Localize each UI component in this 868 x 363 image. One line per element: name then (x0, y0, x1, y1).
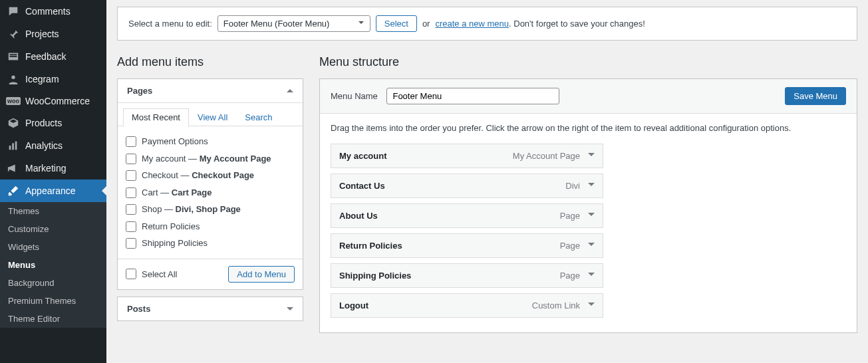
menu-dropdown[interactable]: Footer Menu (Footer Menu) (217, 15, 370, 32)
menu-item-type: Page (560, 241, 580, 251)
sidebar-item-label: Projects (25, 29, 59, 39)
menu-item-title: Contact Us (339, 181, 385, 191)
page-list-item[interactable]: Return Policies (126, 218, 295, 235)
bars-icon (7, 140, 20, 152)
posts-accordion-header[interactable]: Posts (118, 297, 303, 320)
appearance-submenu: ThemesCustomizeWidgetsMenusBackgroundPre… (0, 202, 106, 328)
main-content: Select a menu to edit: Footer Menu (Foot… (106, 0, 868, 363)
add-items-heading: Add menu items (117, 55, 303, 69)
tab-most-recent[interactable]: Most Recent (123, 108, 189, 126)
sidebar-item-label: Products (25, 118, 62, 128)
sidebar-sub-item-widgets[interactable]: Widgets (0, 238, 106, 256)
select-tail-text: . Don't forget to save your changes! (509, 19, 645, 29)
page-checkbox[interactable] (126, 204, 136, 215)
sidebar-item-label: Icegram (25, 74, 59, 84)
select-button[interactable]: Select (376, 15, 417, 32)
pages-tabs: Most RecentView AllSearch (118, 103, 303, 126)
sidebar-item-label: Feedback (25, 51, 66, 62)
sidebar-sub-item-theme-editor[interactable]: Theme Editor (0, 310, 106, 328)
expand-caret-icon[interactable] (588, 213, 595, 219)
page-checkbox[interactable] (126, 154, 136, 164)
menu-item-row[interactable]: About UsPage (331, 203, 603, 228)
sidebar-item-feedback[interactable]: Feedback (0, 45, 106, 68)
feedback-icon (7, 51, 20, 62)
editor-columns: Add menu items Pages Most RecentView All… (106, 47, 868, 333)
menu-structure-body: Drag the items into the order you prefer… (320, 114, 857, 332)
expand-caret-icon[interactable] (588, 273, 595, 279)
sidebar-item-woocommerce[interactable]: wooWooCommerce (0, 90, 106, 112)
select-all-input[interactable] (126, 269, 136, 279)
svg-point-3 (11, 76, 15, 79)
menu-name-input[interactable] (386, 88, 559, 104)
page-list-item[interactable]: Shop — Divi, Shop Page (126, 201, 295, 218)
sidebar-item-analytics[interactable]: Analytics (0, 134, 106, 157)
svg-rect-1 (10, 54, 17, 55)
sidebar-sub-item-background[interactable]: Background (0, 274, 106, 292)
sidebar-item-products[interactable]: Products (0, 112, 106, 134)
menu-structure-heading: Menu structure (319, 55, 857, 69)
sidebar-item-label: Marketing (25, 163, 66, 174)
sidebar-sub-item-customize[interactable]: Customize (0, 220, 106, 238)
page-label: Return Policies (142, 220, 200, 233)
menu-item-title: About Us (339, 211, 378, 221)
sidebar-item-label: Comments (25, 6, 71, 17)
menu-item-row[interactable]: Contact UsDivi (331, 174, 603, 198)
caret-up-icon (287, 89, 293, 92)
tab-view-all[interactable]: View All (189, 108, 236, 126)
menu-select-bar: Select a menu to edit: Footer Menu (Foot… (117, 7, 857, 41)
page-label: My account — My Account Page (142, 152, 271, 166)
menu-item-type: Custom Link (532, 301, 580, 310)
posts-accordion: Posts (117, 297, 303, 321)
sidebar-item-marketing[interactable]: Marketing (0, 157, 106, 180)
page-checkbox[interactable] (126, 187, 136, 198)
sidebar-item-comments[interactable]: Comments (0, 0, 106, 23)
add-to-menu-button[interactable]: Add to Menu (228, 266, 295, 283)
sidebar-sub-item-menus[interactable]: Menus (0, 256, 106, 274)
menu-item-type: My Account Page (513, 151, 580, 161)
create-menu-link[interactable]: create a new menu (435, 19, 509, 29)
tab-search[interactable]: Search (236, 108, 281, 126)
page-list-item[interactable]: Shipping Policies (126, 235, 295, 252)
pages-accordion-footer: Select All Add to Menu (118, 259, 303, 289)
expand-caret-icon[interactable] (588, 153, 595, 160)
sidebar-item-label: WooCommerce (25, 96, 90, 106)
svg-rect-5 (12, 143, 14, 150)
pin-icon (7, 28, 20, 40)
expand-caret-icon[interactable] (588, 183, 595, 189)
page-list-item[interactable]: My account — My Account Page (126, 150, 295, 168)
menu-item-type: Divi (565, 181, 580, 191)
menu-item-row[interactable]: My accountMy Account Page (331, 144, 603, 168)
menu-item-row[interactable]: LogoutCustom Link (331, 293, 603, 318)
sidebar-sub-item-themes[interactable]: Themes (0, 202, 106, 220)
menu-item-type: Page (560, 271, 580, 281)
page-checkbox[interactable] (126, 221, 136, 232)
drag-help-text: Drag the items into the order you prefer… (331, 123, 846, 133)
page-checkbox[interactable] (126, 136, 136, 147)
pages-accordion-header[interactable]: Pages (118, 79, 303, 103)
pages-accordion: Pages Most RecentView AllSearch Payment … (117, 78, 303, 290)
menu-structure-panel: Menu Name Save Menu Drag the items into … (319, 78, 857, 333)
menu-item-title: Return Policies (339, 241, 402, 251)
menu-item-title: Logout (339, 301, 368, 310)
add-items-column: Add menu items Pages Most RecentView All… (117, 55, 303, 333)
pages-checkbox-list[interactable]: Payment OptionsMy account — My Account P… (118, 126, 303, 259)
page-list-item[interactable]: Payment Options (126, 133, 295, 150)
page-list-item[interactable]: Checkout — Checkout Page (126, 167, 295, 184)
page-checkbox[interactable] (126, 238, 136, 249)
expand-caret-icon[interactable] (588, 243, 595, 249)
save-menu-button[interactable]: Save Menu (785, 87, 846, 105)
page-label: Shop — Divi, Shop Page (142, 203, 241, 216)
expand-caret-icon[interactable] (588, 302, 595, 309)
sidebar-item-appearance[interactable]: Appearance (0, 180, 106, 202)
page-label: Checkout — Checkout Page (142, 169, 254, 182)
page-checkbox[interactable] (126, 170, 136, 181)
page-label: Payment Options (142, 135, 208, 148)
svg-rect-6 (15, 142, 17, 150)
sidebar-item-icegram[interactable]: Icegram (0, 68, 106, 90)
sidebar-sub-item-premium-themes[interactable]: Premium Themes (0, 292, 106, 310)
menu-item-row[interactable]: Return PoliciesPage (331, 233, 603, 258)
menu-item-row[interactable]: Shipping PoliciesPage (331, 263, 603, 288)
page-list-item[interactable]: Cart — Cart Page (126, 184, 295, 201)
select-all-checkbox[interactable]: Select All (126, 269, 177, 279)
sidebar-item-projects[interactable]: Projects (0, 23, 106, 45)
